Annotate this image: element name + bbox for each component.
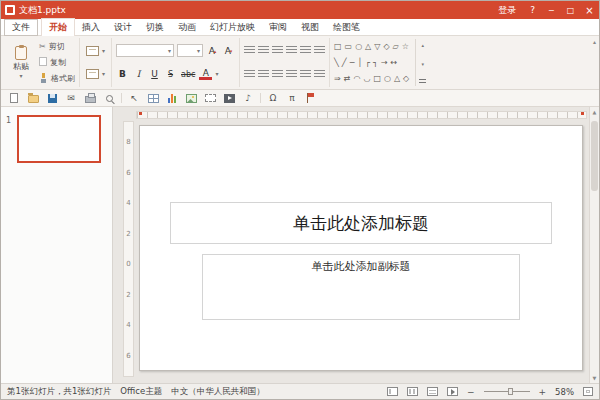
tab-slideshow[interactable]: 幻灯片放映 xyxy=(203,19,262,36)
cut-button[interactable]: ✂ 剪切 xyxy=(39,40,75,53)
new-slide-button[interactable]: ▾ xyxy=(84,43,107,58)
app-logo-icon xyxy=(5,5,15,15)
font-name-select[interactable]: ▾ xyxy=(116,44,174,57)
language-indicator[interactable]: 中文（中华人民共和国） xyxy=(171,386,265,398)
theme-name[interactable]: Office主题 xyxy=(120,386,162,398)
tab-view[interactable]: 视图 xyxy=(294,19,326,36)
shapes-row[interactable]: ⇒⇄◠◡□○△◇ xyxy=(334,72,412,85)
format-painter-icon xyxy=(39,73,48,83)
text-direction-button[interactable] xyxy=(314,46,325,55)
close-button[interactable]: × xyxy=(580,1,599,19)
decrease-font-button[interactable]: A▾ xyxy=(222,44,235,57)
ruler-number: 8 xyxy=(126,138,130,146)
print-button[interactable] xyxy=(83,92,97,105)
font-size-select[interactable]: ▾ xyxy=(177,44,203,57)
shapes-gallery[interactable]: □▭○△▽◇▱☆ ╲╱─│┌┐→↔ ⇒⇄◠◡□○△◇ xyxy=(334,39,412,86)
reading-view-button[interactable] xyxy=(427,387,438,396)
slide-thumbnail[interactable] xyxy=(17,115,101,163)
insert-table-button[interactable] xyxy=(146,92,160,105)
app-window: 文档1.pptx 登录 ? ─ □ × 文件 开始 插入 设计 切换 动画 幻灯… xyxy=(0,0,600,400)
zoom-in-button[interactable]: + xyxy=(539,387,547,397)
insert-media-button[interactable] xyxy=(222,92,236,105)
line-spacing-button[interactable] xyxy=(300,46,311,55)
email-button[interactable]: ✉ xyxy=(64,92,78,105)
maximize-button[interactable]: □ xyxy=(561,1,580,19)
help-button[interactable]: ? xyxy=(523,5,542,15)
shapes-more-icon[interactable] xyxy=(419,79,426,83)
fit-slide-to-window-button[interactable] xyxy=(583,387,593,396)
italic-button[interactable]: I xyxy=(132,68,145,81)
save-button[interactable] xyxy=(45,92,59,105)
insert-symbol-button[interactable]: Ω xyxy=(266,92,280,105)
tab-animation[interactable]: 动画 xyxy=(171,19,203,36)
strikethrough-button[interactable]: S xyxy=(164,68,177,81)
tab-file[interactable]: 文件 xyxy=(4,19,38,36)
insert-chart-button[interactable] xyxy=(165,92,179,105)
zoom-slider-thumb[interactable] xyxy=(508,388,513,395)
align-left-button[interactable] xyxy=(244,70,255,79)
shapes-scroll-down-icon[interactable]: ▾ xyxy=(421,61,424,67)
justify-button[interactable] xyxy=(286,70,297,79)
tab-insert[interactable]: 插入 xyxy=(75,19,107,36)
decrease-indent-button[interactable] xyxy=(272,46,283,55)
numbered-list-button[interactable] xyxy=(258,46,269,55)
align-right-button[interactable] xyxy=(272,70,283,79)
copy-button[interactable]: 复制 xyxy=(39,56,75,69)
select-tool-button[interactable]: ↖ xyxy=(127,92,141,105)
align-center-button[interactable] xyxy=(258,70,269,79)
zoom-slider[interactable] xyxy=(484,387,530,396)
slideshow-view-button[interactable] xyxy=(447,387,458,396)
bold-button[interactable]: B xyxy=(116,68,129,81)
collapse-ribbon-icon[interactable]: ▴ xyxy=(593,38,596,45)
tab-transitions[interactable]: 切换 xyxy=(139,19,171,36)
insert-audio-button[interactable]: ♪ xyxy=(241,92,255,105)
login-button[interactable]: 登录 xyxy=(491,4,523,17)
scroll-up-icon[interactable]: ▲ xyxy=(593,109,597,115)
paste-button[interactable]: 粘贴 ▾ xyxy=(7,44,35,81)
vertical-ruler[interactable]: 8 6 4 2 0 2 4 6 xyxy=(123,121,134,377)
slide-layout-button[interactable]: ▾ xyxy=(84,67,107,82)
flag-button[interactable] xyxy=(304,92,318,105)
clear-formatting-button[interactable]: abc xyxy=(180,68,196,81)
cut-label: 剪切 xyxy=(49,41,65,52)
tab-review[interactable]: 审阅 xyxy=(262,19,294,36)
print-preview-button[interactable] xyxy=(102,92,116,105)
normal-view-button[interactable] xyxy=(387,387,398,396)
subtitle-placeholder[interactable]: 单击此处添加副标题 xyxy=(202,254,520,320)
text-align-vertical-button[interactable] xyxy=(314,70,325,79)
font-color-button[interactable]: A xyxy=(199,68,212,80)
shapes-group: □▭○△▽◇▱☆ ╲╱─│┌┐→↔ ⇒⇄◠◡□○△◇ ▴ ▾ xyxy=(330,38,430,87)
zoom-out-button[interactable]: − xyxy=(467,387,475,397)
tab-home[interactable]: 开始 xyxy=(41,18,75,37)
horizontal-ruler[interactable] xyxy=(136,111,587,119)
new-document-button[interactable] xyxy=(7,92,21,105)
bullet-list-button[interactable] xyxy=(244,46,255,55)
pi-icon: π xyxy=(289,93,294,103)
scroll-down-icon[interactable]: ▼ xyxy=(593,375,597,381)
minimize-button[interactable]: ─ xyxy=(542,1,561,19)
print-icon xyxy=(85,96,96,103)
tab-design[interactable]: 设计 xyxy=(107,19,139,36)
insert-formula-button[interactable]: π xyxy=(285,92,299,105)
increase-font-button[interactable]: A▴ xyxy=(206,44,219,57)
quick-toolbar: ✉ ↖ ♪ Ω π xyxy=(1,90,599,107)
format-painter-button[interactable]: 格式刷 xyxy=(39,72,75,85)
zoom-percentage[interactable]: 58% xyxy=(555,387,574,397)
slide-sorter-view-button[interactable] xyxy=(407,387,418,396)
open-file-button[interactable] xyxy=(26,92,40,105)
screenshot-button[interactable] xyxy=(203,92,217,105)
new-slide-icon xyxy=(86,46,99,56)
shapes-row[interactable]: □▭○△▽◇▱☆ xyxy=(334,40,412,53)
shapes-row[interactable]: ╲╱─│┌┐→↔ xyxy=(334,56,412,69)
chart-icon xyxy=(168,93,176,103)
save-icon xyxy=(48,94,57,103)
title-placeholder[interactable]: 单击此处添加标题 xyxy=(170,202,552,244)
underline-button[interactable]: U xyxy=(148,68,161,81)
columns-button[interactable] xyxy=(300,70,311,79)
tab-draw[interactable]: 绘图笔 xyxy=(326,19,367,36)
increase-indent-button[interactable] xyxy=(286,46,297,55)
slide-canvas[interactable]: 单击此处添加标题 单击此处添加副标题 xyxy=(139,125,583,371)
scrollbar-thumb[interactable] xyxy=(591,121,598,191)
insert-picture-button[interactable] xyxy=(184,92,198,105)
shapes-scroll-up-icon[interactable]: ▴ xyxy=(421,42,424,48)
